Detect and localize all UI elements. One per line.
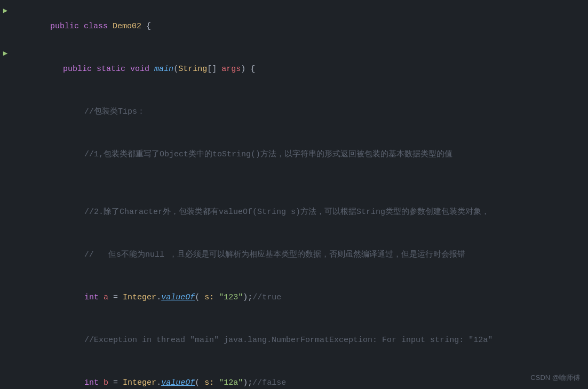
code-line-3: //包装类Tips： bbox=[0, 91, 588, 133]
code-line-2: ▶ public static void main(String[] args)… bbox=[0, 48, 588, 91]
code-line-9: //Exception in thread "main" java.lang.N… bbox=[0, 319, 588, 362]
line-content-10: int b = Integer.valueOf( s: "12a");//fal… bbox=[11, 362, 588, 389]
line-content-4: //1,包装类都重写了Object类中的toString()方法，以字符串的形式… bbox=[11, 134, 588, 176]
watermark: CSDN @喻师傅 bbox=[530, 373, 580, 383]
arrow-2: ▶ bbox=[0, 49, 11, 58]
line-content-5 bbox=[11, 177, 588, 190]
code-line-5 bbox=[0, 176, 588, 191]
line-content-2: public static void main(String[] args) { bbox=[11, 49, 588, 90]
code-line-1: ▶ public class Demo02 { bbox=[0, 5, 588, 48]
line-content-3: //包装类Tips： bbox=[11, 91, 588, 133]
line-content-6: //2.除了Character外，包装类都有valueOf(String s)方… bbox=[11, 192, 588, 233]
line-content-9: //Exception in thread "main" java.lang.N… bbox=[11, 320, 588, 361]
code-line-4: //1,包装类都重写了Object类中的toString()方法，以字符串的形式… bbox=[0, 133, 588, 176]
code-editor: ▶ public class Demo02 { ▶ public static … bbox=[0, 0, 588, 389]
code-line-6: //2.除了Character外，包装类都有valueOf(String s)方… bbox=[0, 191, 588, 234]
code-line-7: // 但s不能为null ，且必须是可以解析为相应基本类型的数据，否则虽然编译通… bbox=[0, 234, 588, 276]
line-content-7: // 但s不能为null ，且必须是可以解析为相应基本类型的数据，否则虽然编译通… bbox=[11, 234, 588, 276]
code-line-10: int b = Integer.valueOf( s: "12a");//fal… bbox=[0, 362, 588, 389]
code-line-8: int a = Integer.valueOf( s: "123");//tru… bbox=[0, 276, 588, 319]
line-content-8: int a = Integer.valueOf( s: "123");//tru… bbox=[11, 277, 588, 319]
line-content-1: public class Demo02 { bbox=[11, 6, 588, 47]
arrow-1: ▶ bbox=[0, 6, 11, 15]
